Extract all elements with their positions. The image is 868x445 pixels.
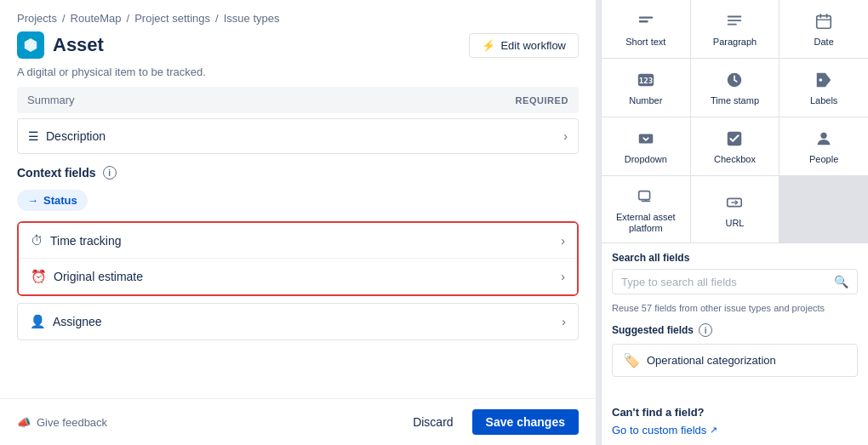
breadcrumb: Projects / RouteMap / Project settings /… (0, 0, 596, 31)
summary-row: Summary REQUIRED (17, 87, 579, 113)
field-type-date[interactable]: Date (779, 0, 868, 58)
operational-icon: 🏷️ (623, 352, 640, 368)
field-type-labels[interactable]: Labels (779, 59, 868, 117)
custom-fields-link[interactable]: Go to custom fields ↗ (602, 422, 868, 445)
field-type-number[interactable]: 123 Number (602, 59, 690, 117)
number-label: Number (629, 95, 662, 106)
description-row[interactable]: ☰ Description › (17, 118, 579, 154)
date-icon (812, 9, 836, 33)
time-tracking-label: Time tracking (50, 234, 122, 248)
assignee-label: Assignee (53, 315, 102, 328)
breadcrumb-project-settings[interactable]: Project settings (134, 12, 210, 25)
field-type-url[interactable]: URL (691, 176, 779, 242)
context-fields-header: Context fields i (17, 166, 579, 180)
asset-icon (17, 31, 44, 59)
short-text-icon (634, 9, 658, 33)
svg-rect-5 (817, 16, 831, 29)
number-icon: 123 (634, 68, 658, 92)
field-type-timestamp[interactable]: Time stamp (691, 59, 779, 117)
right-panel: Short text Paragraph (601, 0, 868, 445)
field-type-external-asset[interactable]: External asset platform (602, 176, 690, 242)
workflow-icon: ⚡ (482, 39, 495, 52)
megaphone-icon: 📣 (17, 416, 31, 429)
suggested-info-icon[interactable]: i (699, 323, 712, 337)
breadcrumb-issue-types: Issue types (224, 12, 280, 25)
timestamp-icon (722, 68, 746, 92)
svg-rect-16 (639, 134, 654, 144)
external-asset-label: External asset platform (607, 212, 685, 234)
original-estimate-chevron-icon: › (561, 270, 565, 283)
external-asset-icon (634, 185, 658, 208)
give-feedback-button[interactable]: 📣 Give feedback (17, 416, 107, 429)
suggested-fields-list: 🏷️ Operational categorization (602, 344, 868, 399)
paragraph-icon (722, 9, 746, 33)
external-link-icon: ↗ (710, 425, 717, 436)
original-estimate-icon: ⏰ (31, 269, 47, 284)
field-type-dropdown[interactable]: Dropdown (602, 117, 690, 175)
description-label: Description (46, 129, 106, 143)
assignee-icon: 👤 (30, 314, 46, 329)
field-type-people[interactable]: People (779, 117, 868, 175)
search-section-label: Search all fields (612, 252, 858, 264)
original-estimate-row[interactable]: ⏰ Original estimate › (19, 259, 577, 294)
url-icon (722, 191, 746, 214)
assignee-chevron-icon: › (562, 315, 566, 328)
labels-label: Labels (810, 95, 837, 106)
time-tracking-row[interactable]: ⏱ Time tracking › (19, 223, 577, 259)
context-fields-label: Context fields (17, 166, 96, 180)
breadcrumb-routemap[interactable]: RouteMap (71, 12, 122, 25)
context-fields-info-icon[interactable]: i (103, 166, 117, 180)
operational-label: Operational categorization (647, 354, 776, 367)
date-label: Date (814, 37, 834, 48)
fields-area: Summary REQUIRED ☰ Description › Context… (0, 87, 596, 398)
paragraph-label: Paragraph (713, 37, 757, 48)
status-arrow-icon: → (27, 194, 38, 207)
suggested-field-operational[interactable]: 🏷️ Operational categorization (612, 344, 858, 377)
svg-rect-0 (639, 17, 654, 19)
svg-point-18 (820, 133, 826, 139)
description-chevron-icon: › (563, 129, 568, 143)
assignee-row[interactable]: 👤 Assignee › (17, 303, 579, 340)
dropdown-label: Dropdown (625, 154, 667, 165)
field-type-checkbox[interactable]: Checkbox (691, 117, 779, 175)
labels-icon (812, 68, 836, 92)
save-changes-button[interactable]: Save changes (472, 409, 579, 435)
description-icon: ☰ (28, 129, 39, 143)
time-tracking-chevron-icon: › (561, 234, 565, 248)
svg-rect-2 (728, 16, 742, 18)
svg-rect-1 (639, 20, 648, 22)
svg-point-15 (819, 79, 823, 83)
suggested-label: Suggested fields (612, 324, 694, 336)
people-label: People (809, 154, 838, 165)
summary-label: Summary (27, 94, 75, 106)
field-type-short-text[interactable]: Short text (602, 0, 690, 58)
short-text-label: Short text (625, 37, 665, 48)
field-types-grid: Short text Paragraph (602, 0, 868, 243)
checkbox-label: Checkbox (714, 154, 756, 165)
svg-text:123: 123 (639, 76, 654, 85)
search-icon: 🔍 (834, 275, 848, 288)
status-label: Status (43, 194, 77, 207)
reuse-fields-text: Reuse 57 fields from other issue types a… (602, 300, 868, 320)
breadcrumb-projects[interactable]: Projects (17, 12, 57, 25)
status-chip[interactable]: → Status (17, 190, 579, 221)
suggested-fields-header: Suggested fields i (602, 320, 868, 344)
asset-header: Asset ⚡ Edit workflow (0, 31, 596, 66)
svg-rect-4 (728, 24, 737, 26)
svg-rect-19 (639, 191, 650, 200)
discard-button[interactable]: Discard (403, 410, 463, 434)
cant-find-label: Can't find a field? (602, 399, 868, 422)
page-title: Asset (53, 34, 104, 56)
asset-description: A digital or physical item to be tracked… (0, 66, 596, 87)
original-estimate-label: Original estimate (54, 270, 143, 283)
field-type-paragraph[interactable]: Paragraph (691, 0, 779, 58)
edit-workflow-button[interactable]: ⚡ Edit workflow (469, 33, 579, 58)
highlighted-fields-group: ⏱ Time tracking › ⏰ Original estimate › (17, 221, 579, 296)
url-label: URL (725, 218, 744, 229)
checkbox-icon (722, 127, 746, 151)
time-tracking-icon: ⏱ (31, 233, 43, 248)
search-input[interactable] (621, 276, 829, 288)
svg-rect-3 (728, 20, 742, 22)
left-footer: 📣 Give feedback Discard Save changes (0, 398, 596, 445)
dropdown-icon (634, 127, 658, 151)
